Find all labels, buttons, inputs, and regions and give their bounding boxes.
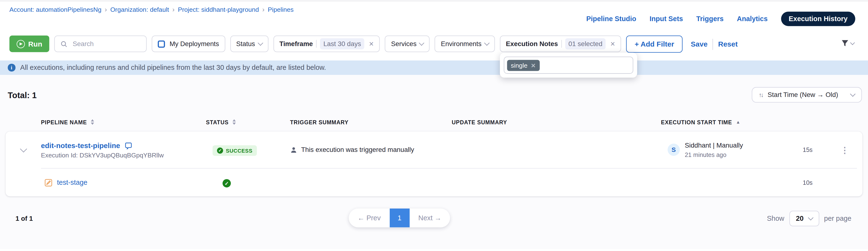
chevron-right-icon: › [105, 5, 107, 13]
stage-duration: 10s [788, 179, 827, 186]
header-pipeline-name[interactable]: PIPELINE NAME [41, 119, 206, 125]
chevron-down-icon [808, 215, 813, 221]
breadcrumb-project[interactable]: Project: siddhant-playground [178, 6, 259, 13]
chevron-down-icon [20, 145, 27, 152]
tab-triggers[interactable]: Triggers [696, 15, 723, 23]
remove-tag-icon[interactable]: ✕ [531, 62, 535, 68]
search-input[interactable] [72, 39, 141, 48]
add-filter-button[interactable]: + Add Filter [626, 35, 682, 53]
stage-name-link[interactable]: test-stage [57, 178, 87, 186]
page-info: 1 of 1 [16, 215, 33, 222]
clear-timeframe-icon[interactable]: ✕ [369, 40, 374, 48]
execution-history-page: Account: automationPipelinesNg › Organiz… [0, 0, 868, 251]
chevron-down-icon [484, 40, 490, 46]
page-header: Account: automationPipelinesNg › Organiz… [0, 0, 868, 29]
header-status[interactable]: STATUS [206, 119, 290, 125]
pipeline-tabs: Pipeline Studio Input Sets Triggers Anal… [586, 12, 855, 26]
success-check-icon: ✓ [217, 147, 223, 154]
breadcrumb-pipelines[interactable]: Pipelines [268, 6, 293, 13]
execution-notes-filter[interactable]: Execution Notes 01 selected ✕ [500, 35, 622, 52]
pipeline-name-link[interactable]: edit-notes-test-pipeline [41, 141, 120, 149]
pagination-footer: 1 of 1 ← Prev 1 Next → Show 20 per page [0, 207, 868, 229]
reset-filter-button[interactable]: Reset [718, 40, 738, 48]
play-icon: ▶ [17, 39, 25, 48]
table-header-row: PIPELINE NAME STATUS TRIGGER SUMMARY UPD… [5, 117, 863, 127]
execution-notes-filter-group: Execution Notes 01 selected ✕ single ✕ [500, 35, 622, 52]
clear-execution-notes-icon[interactable]: ✕ [610, 40, 615, 48]
stage-edit-icon [44, 178, 53, 187]
next-page-button[interactable]: Next → [409, 214, 450, 222]
per-page-select[interactable]: 20 [789, 211, 819, 226]
pagination: ← Prev 1 Next → [349, 208, 450, 227]
execution-notes-value: 01 selected [565, 38, 606, 49]
stage-success-icon: ✓ [222, 179, 231, 188]
timeframe-filter[interactable]: Timeframe Last 30 days ✕ [273, 35, 380, 52]
column-sort-icon [91, 119, 94, 125]
executions-list-section: Total: 1 ↑↓ Start Time (New → Old) PIPEL… [0, 75, 868, 249]
search-icon [61, 40, 68, 48]
header-update-summary: UPDATE SUMMARY [452, 119, 661, 125]
breadcrumb-account[interactable]: Account: automationPipelinesNg [9, 6, 101, 13]
header-execution-start-time[interactable]: EXECUTION START TIME ▲ [661, 119, 788, 125]
tab-input-sets[interactable]: Input Sets [650, 15, 683, 23]
execution-card: edit-notes-test-pipeline Execution Id: D… [5, 132, 863, 196]
filter-funnel-icon [841, 39, 849, 47]
run-button[interactable]: ▶ Run [9, 35, 49, 52]
info-banner: i All executions, including reruns and c… [0, 60, 868, 75]
divider [316, 40, 317, 48]
breadcrumb-organization[interactable]: Organization: default [110, 6, 169, 13]
prev-page-button[interactable]: ← Prev [349, 214, 390, 222]
filter-toolbar: ▶ Run My Deployments Status Timeframe La… [0, 29, 868, 60]
chevron-down-icon [257, 40, 263, 46]
execution-row[interactable]: edit-notes-test-pipeline Execution Id: D… [5, 132, 863, 168]
status-filter[interactable]: Status [230, 35, 269, 52]
execution-duration: 15s [788, 146, 827, 153]
header-trigger-summary: TRIGGER SUMMARY [290, 119, 452, 125]
chevron-down-icon [850, 40, 855, 45]
start-time-relative: 21 minutes ago [685, 151, 743, 158]
tab-execution-history[interactable]: Execution History [781, 12, 855, 26]
environments-filter[interactable]: Environments [435, 35, 495, 52]
tab-pipeline-studio[interactable]: Pipeline Studio [586, 15, 637, 23]
trigger-summary-text: This execution was triggered manually [301, 146, 414, 154]
services-filter[interactable]: Services [385, 35, 430, 52]
my-deployments-label: My Deployments [169, 40, 219, 48]
environments-filter-label: Environments [441, 40, 482, 48]
save-filter-button[interactable]: Save [691, 40, 708, 48]
my-deployments-checkbox[interactable] [158, 40, 165, 48]
execution-notes-label: Execution Notes [506, 40, 558, 48]
per-page-label: per page [824, 215, 851, 222]
per-page-value: 20 [796, 215, 804, 222]
row-menu-icon[interactable]: ⋮ [827, 146, 863, 154]
status-badge: ✓ SUCCESS [213, 145, 257, 156]
status-badge-label: SUCCESS [226, 147, 252, 154]
my-deployments-toggle[interactable]: My Deployments [152, 35, 225, 52]
search-box[interactable] [54, 35, 147, 52]
note-tag-label: single [511, 62, 527, 68]
breadcrumb: Account: automationPipelinesNg › Organiz… [9, 5, 293, 13]
sort-dropdown-label: Start Time (New → Old) [768, 91, 838, 99]
sort-dropdown[interactable]: ↑↓ Start Time (New → Old) [752, 87, 862, 103]
show-label: Show [767, 215, 784, 222]
row-expander[interactable] [5, 148, 41, 151]
divider [561, 40, 562, 48]
chevron-right-icon: › [173, 5, 175, 13]
status-filter-label: Status [236, 40, 255, 48]
divider [713, 39, 713, 50]
chevron-down-icon [419, 40, 425, 46]
total-count: Total: 1 [8, 90, 37, 100]
chevron-down-icon [850, 91, 856, 97]
sort-ascending-icon: ▲ [736, 119, 740, 124]
note-tag: single ✕ [507, 59, 539, 71]
saved-filters-button[interactable] [841, 39, 854, 47]
timeframe-label: Timeframe [279, 40, 313, 48]
current-page-button[interactable]: 1 [390, 208, 409, 227]
execution-id: Execution Id: DSkYV3upQBuqBGpqYBRllw [41, 152, 206, 158]
tab-analytics[interactable]: Analytics [737, 15, 768, 23]
user-icon [290, 146, 297, 154]
stage-row[interactable]: test-stage ✓ 10s [5, 169, 863, 197]
info-icon: i [8, 64, 15, 71]
execution-notes-input[interactable]: single ✕ [504, 57, 633, 74]
services-filter-label: Services [391, 40, 416, 48]
comment-icon[interactable] [125, 142, 132, 149]
